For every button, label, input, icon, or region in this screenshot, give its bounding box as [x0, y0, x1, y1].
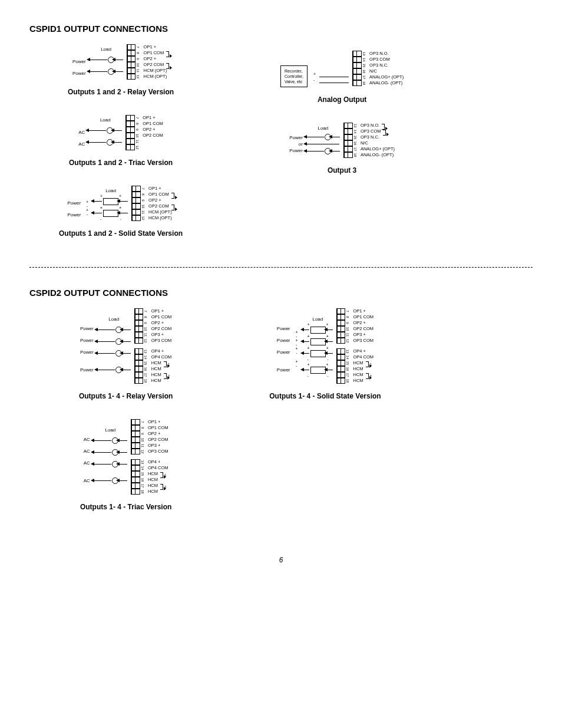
- ac-label: AC: [84, 457, 90, 469]
- term-label: OP2 +: [148, 431, 168, 437]
- term-label: OP2 +: [353, 320, 374, 326]
- col-right-s2: Power Power Power Power +- +- +- +- Load: [269, 305, 381, 416]
- diagram-triac-14: AC AC AC AC Load: [80, 416, 172, 498]
- term-label: OP2 COM: [353, 326, 374, 332]
- section1-title: CSPID1 OUTPUT CONNECTIONS: [29, 24, 533, 34]
- term-label: OP1 +: [143, 115, 163, 121]
- term-label: OP3 COM: [148, 449, 168, 454]
- caption: Outputs 1- 4 - Relay Version: [79, 392, 173, 400]
- term-label: OP2 +: [144, 56, 170, 62]
- term-label: HCM2: [148, 483, 168, 489]
- diagram-triac-12: AC AC Load 7 8 9 10 11 12: [75, 111, 167, 154]
- term-label: OP1 COM: [144, 50, 170, 56]
- load-label: Load: [105, 188, 116, 195]
- power-label: Power: [72, 67, 86, 79]
- term-label: OP3 N.C.: [369, 62, 404, 68]
- power-label: Power: [277, 346, 290, 358]
- terminal-block: 13 14 15 16 17 18: [131, 459, 144, 495]
- page-number: 6: [29, 556, 533, 564]
- power-label: Power: [80, 322, 94, 334]
- term-label: OP3 +: [353, 332, 374, 338]
- load-label: Load: [108, 317, 119, 324]
- term-label: ANALOG+ (OPT): [361, 146, 395, 152]
- diagram-analog: Recorder, Controller, Valve, etc +- 13 1…: [277, 45, 407, 91]
- term-label: OP3 COM: [151, 338, 172, 344]
- term-label: OP3 +: [151, 332, 172, 338]
- term-label: OP2 +: [143, 127, 163, 133]
- diagram-output3: Power or Power Load 13 14 15 16: [286, 119, 398, 162]
- ac-label: AC: [78, 138, 85, 150]
- power-label: Power: [277, 334, 290, 346]
- ac-label: AC: [84, 445, 90, 457]
- load-label: Load: [101, 47, 111, 54]
- terminal-block: 7 8 9 10 11 12: [134, 308, 148, 344]
- caption: Analog Output: [318, 95, 366, 104]
- caption: Outputs 1 and 2 - Relay Version: [68, 88, 174, 96]
- power-label: Power: [277, 364, 290, 375]
- caption: Outputs 1 and 2 - Triac Version: [69, 159, 173, 167]
- term-label: OP1 COM: [353, 314, 374, 320]
- term-label: OP4 +: [151, 348, 172, 354]
- term-label: HCM (OPT): [148, 215, 174, 221]
- term-label: OP3 COM: [353, 338, 374, 344]
- term-label: OP2 COM: [151, 326, 172, 332]
- caption: Outputs 1- 4 - Solid State Version: [269, 392, 381, 400]
- terminal-block: 7 8 9 10 11 12: [125, 115, 139, 150]
- power-label: Power: [80, 346, 94, 358]
- term-label: OP1 +: [353, 308, 374, 314]
- source-box: Recorder, Controller, Valve, etc: [280, 65, 308, 87]
- term-label: OP1 +: [144, 44, 170, 50]
- load-label: Load: [105, 427, 116, 434]
- term-label: OP1 +: [148, 419, 168, 425]
- term-label: OP3 COM: [361, 129, 395, 134]
- terminal-block: 7 8 9 10 11 12: [336, 308, 350, 344]
- term-label: OP2 COM: [148, 203, 174, 209]
- terminal-block: 13 14 15 16 17 18: [352, 51, 366, 86]
- term-label: OP1 +: [151, 308, 172, 314]
- term-label: HCM (OPT): [148, 209, 174, 215]
- power-label: Power: [72, 55, 86, 67]
- diagram-relay-14: Power Power Power Power Load: [77, 305, 175, 387]
- terminal-block: 13 14 15 16 17 18: [336, 348, 350, 384]
- term-label: OP2 COM: [143, 133, 163, 139]
- ac-label: AC: [78, 126, 85, 138]
- ac-label: AC: [84, 475, 90, 486]
- load-label: Load: [313, 317, 323, 324]
- load-label: Load: [100, 117, 111, 124]
- or-label: or: [289, 141, 303, 147]
- term-label: HCM1: [151, 360, 172, 366]
- term-label: OP2 COM: [148, 437, 168, 443]
- term-label: HCM2: [353, 372, 374, 378]
- term-label: OP3 N.C.: [361, 134, 395, 140]
- term-label: N/C: [361, 140, 395, 146]
- col-left-s1: Power Power Load 7 8 9 10 11 12: [59, 41, 183, 253]
- term-label: HCM (OPT): [144, 74, 170, 80]
- caption: Output 3: [328, 166, 356, 174]
- power-label: Power: [289, 147, 303, 154]
- term-label: OP1 COM: [151, 314, 172, 320]
- term-label: HCM2: [151, 372, 172, 378]
- term-label: OP4 +: [353, 348, 374, 354]
- term-label: OP1 +: [148, 186, 174, 192]
- power-label: Power: [67, 209, 81, 220]
- term-label: OP3 N.O.: [369, 51, 404, 57]
- col-left-s2: Power Power Power Power Load: [77, 305, 175, 526]
- caption: Outputs 1 and 2 - Solid State Version: [59, 229, 183, 238]
- term-label: ANALOG+ (OPT): [369, 74, 404, 80]
- power-label: Power: [80, 334, 94, 346]
- term-label: OP1 COM: [143, 121, 163, 127]
- terminal-block: 7 8 9 10 11 12: [131, 186, 145, 221]
- terminal-block: 7 8 9 10 11 12: [131, 419, 144, 454]
- term-label: ANALOG- (OPT): [369, 80, 404, 86]
- term-label: N/C: [369, 68, 404, 74]
- col-right-s1: Recorder, Controller, Valve, etc +- 13 1…: [277, 41, 407, 190]
- term-label: OP4 +: [148, 459, 168, 465]
- load-label: Load: [318, 126, 328, 133]
- terminal-block: 13 14 15 16 17 18: [134, 348, 148, 384]
- term-label: OP1 COM: [148, 192, 174, 197]
- power-label: Power: [277, 322, 290, 334]
- term-label: OP1 COM: [148, 425, 168, 431]
- term-label: OP2 +: [148, 197, 174, 203]
- terminal-block: 13 14 15 16 17 18: [343, 123, 357, 158]
- diagram-ss-12: Power Power +- +- Load ++-- ++-- 7 8: [64, 182, 177, 225]
